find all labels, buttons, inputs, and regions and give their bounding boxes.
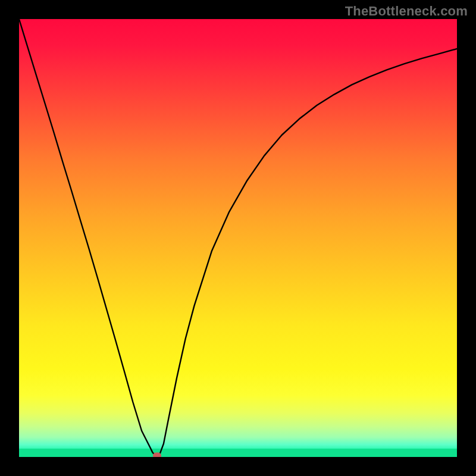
optimal-point-marker (153, 452, 161, 457)
plot-area (19, 19, 457, 457)
chart-frame: TheBottleneck.com (0, 0, 476, 476)
watermark-text: TheBottleneck.com (345, 4, 468, 19)
curve-path (19, 19, 457, 456)
bottleneck-curve (19, 19, 457, 457)
